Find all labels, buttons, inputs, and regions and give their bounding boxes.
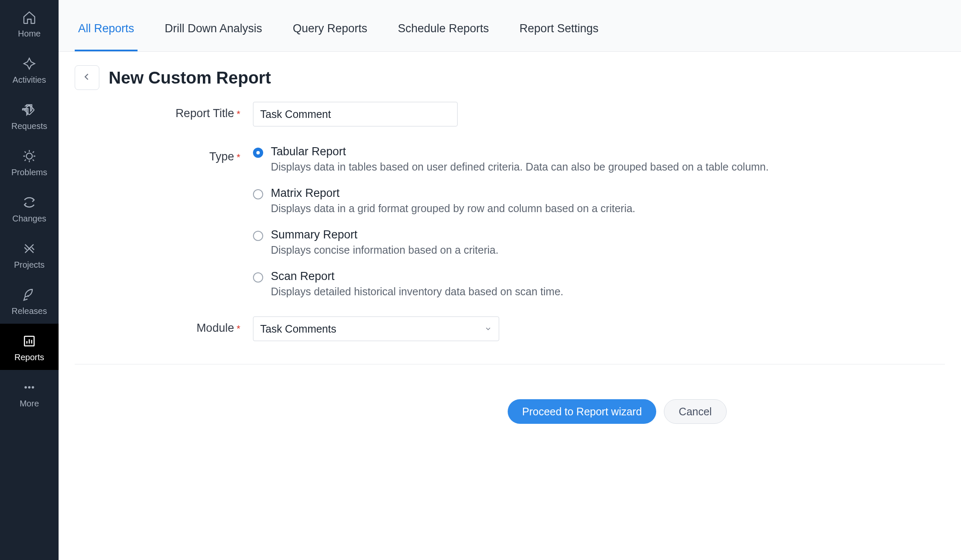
type-radio-group: Tabular Report Displays data in tables b… <box>253 145 945 298</box>
radio-title: Tabular Report <box>271 145 769 158</box>
radio-option-tabular[interactable]: Tabular Report Displays data in tables b… <box>253 145 945 173</box>
report-title-label: Report Title* <box>75 102 253 120</box>
new-report-form: Report Title* Type* Tabular Report Displ… <box>59 102 961 424</box>
sidebar-item-label: Problems <box>11 168 47 177</box>
sidebar-item-label: Reports <box>14 353 44 362</box>
problems-icon <box>22 149 37 163</box>
main-panel: All Reports Drill Down Analysis Query Re… <box>59 0 961 560</box>
radio-input[interactable] <box>253 189 263 199</box>
svg-point-4 <box>28 386 31 389</box>
sidebar-item-releases[interactable]: Releases <box>0 277 59 324</box>
sidebar-item-label: Projects <box>14 260 45 270</box>
radio-input[interactable] <box>253 231 263 241</box>
tab-drill-down-analysis[interactable]: Drill Down Analysis <box>161 22 266 51</box>
type-label: Type* <box>75 145 253 163</box>
sidebar: Home Activities Requests Problems Change… <box>0 0 59 560</box>
sidebar-item-changes[interactable]: Changes <box>0 185 59 231</box>
radio-title: Summary Report <box>271 228 498 241</box>
releases-icon <box>22 288 37 302</box>
proceed-button[interactable]: Proceed to Report wizard <box>508 399 656 424</box>
module-select[interactable]: Task Comments <box>253 316 499 341</box>
required-star: * <box>236 323 240 334</box>
sidebar-item-label: More <box>20 399 39 409</box>
more-icon <box>22 380 37 395</box>
radio-desc: Displays data in a grid format grouped b… <box>271 202 635 215</box>
page-title: New Custom Report <box>109 68 271 87</box>
sidebar-item-label: Changes <box>12 214 46 224</box>
cancel-button[interactable]: Cancel <box>664 399 727 424</box>
field-module: Module* Task Comments <box>75 316 945 364</box>
required-star: * <box>236 109 240 119</box>
sidebar-item-projects[interactable]: Projects <box>0 231 59 277</box>
sidebar-item-label: Releases <box>11 306 47 316</box>
required-star: * <box>236 152 240 162</box>
module-label: Module* <box>75 316 253 335</box>
tabbar: All Reports Drill Down Analysis Query Re… <box>59 0 961 52</box>
radio-title: Scan Report <box>271 270 563 283</box>
home-icon <box>22 10 37 25</box>
arrow-left-icon <box>81 71 93 84</box>
projects-icon <box>22 241 37 256</box>
back-button[interactable] <box>75 65 99 90</box>
radio-desc: Displays concise information based on a … <box>271 244 498 256</box>
radio-option-matrix[interactable]: Matrix Report Displays data in a grid fo… <box>253 187 945 215</box>
form-actions: Proceed to Report wizard Cancel <box>508 387 945 424</box>
svg-point-1 <box>26 153 32 159</box>
svg-point-3 <box>25 386 27 389</box>
radio-input[interactable] <box>253 148 263 158</box>
sidebar-item-activities[interactable]: Activities <box>0 46 59 92</box>
sidebar-item-label: Requests <box>11 121 48 131</box>
field-type: Type* Tabular Report Displays data in ta… <box>75 145 945 298</box>
radio-input[interactable] <box>253 272 263 283</box>
radio-option-scan[interactable]: Scan Report Displays detailed historical… <box>253 270 945 298</box>
sidebar-item-reports[interactable]: Reports <box>0 324 59 370</box>
changes-icon <box>22 195 37 210</box>
report-title-input[interactable] <box>253 102 458 126</box>
tab-schedule-reports[interactable]: Schedule Reports <box>394 22 492 51</box>
requests-icon <box>22 103 37 117</box>
radio-desc: Displays data in tables based on user de… <box>271 161 769 173</box>
activities-icon <box>22 56 37 71</box>
tab-query-reports[interactable]: Query Reports <box>289 22 371 51</box>
page-header: New Custom Report <box>59 52 961 102</box>
tab-report-settings[interactable]: Report Settings <box>516 22 602 51</box>
sidebar-item-problems[interactable]: Problems <box>0 139 59 185</box>
module-select-value: Task Comments <box>260 323 336 335</box>
radio-title: Matrix Report <box>271 187 635 200</box>
tab-all-reports[interactable]: All Reports <box>75 22 138 51</box>
svg-point-5 <box>32 386 34 389</box>
radio-option-summary[interactable]: Summary Report Displays concise informat… <box>253 228 945 256</box>
sidebar-item-home[interactable]: Home <box>0 0 59 46</box>
field-report-title: Report Title* <box>75 102 945 126</box>
chevron-down-icon <box>484 323 492 335</box>
sidebar-item-requests[interactable]: Requests <box>0 92 59 139</box>
radio-desc: Displays detailed historical inventory d… <box>271 286 563 298</box>
sidebar-item-label: Activities <box>13 75 46 85</box>
sidebar-item-label: Home <box>18 29 40 39</box>
sidebar-item-more[interactable]: More <box>0 370 59 416</box>
reports-icon <box>22 334 37 348</box>
